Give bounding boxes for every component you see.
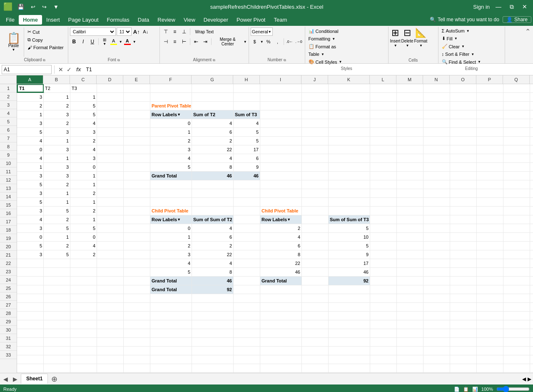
cell-f16[interactable]: Row Labels ▼ <box>150 215 192 224</box>
row-num-20[interactable]: 20 <box>0 242 17 251</box>
cell-n32[interactable] <box>423 355 450 364</box>
cell-b28[interactable] <box>44 320 70 329</box>
cell-n23[interactable] <box>423 277 450 285</box>
cell-b27[interactable] <box>44 312 70 320</box>
cell-i4[interactable] <box>260 110 302 119</box>
cell-o14[interactable] <box>450 198 477 206</box>
cell-g9[interactable]: 4 <box>192 154 234 162</box>
cell-l28[interactable] <box>370 320 397 329</box>
grid-wrapper[interactable]: 1234567891011121314151617181920212223242… <box>0 84 533 373</box>
cell-d11[interactable] <box>97 172 124 180</box>
cell-d25[interactable] <box>97 294 124 302</box>
cell-g29[interactable] <box>192 329 234 337</box>
cell-i19[interactable]: 6 <box>260 242 302 250</box>
paste-button[interactable]: 📋 Paste ▼ <box>3 27 24 57</box>
cell-q13[interactable] <box>503 189 530 197</box>
row-num-16[interactable]: 16 <box>0 209 17 217</box>
cut-button[interactable]: ✂ Cut <box>26 28 65 35</box>
cell-e19[interactable] <box>124 242 150 250</box>
cell-c11[interactable]: 1 <box>70 172 97 180</box>
cell-j29[interactable] <box>302 329 329 337</box>
cell-b1[interactable]: T2 <box>44 84 70 92</box>
cell-f32[interactable] <box>150 355 192 364</box>
cell-i32[interactable] <box>260 355 302 364</box>
cell-b2[interactable]: 1 <box>44 93 70 101</box>
cell-h1[interactable] <box>234 84 260 92</box>
cell-k1[interactable] <box>329 84 370 92</box>
cell-f22[interactable]: 5 <box>150 268 192 276</box>
cell-e31[interactable] <box>124 347 150 355</box>
cell-e21[interactable] <box>124 259 150 267</box>
cell-g13[interactable] <box>192 189 234 197</box>
cell-c21[interactable] <box>70 259 97 267</box>
row-num-6[interactable]: 6 <box>0 126 17 134</box>
cell-o25[interactable] <box>450 294 477 302</box>
cell-h29[interactable] <box>234 329 260 337</box>
cell-j15[interactable] <box>302 207 329 215</box>
cell-q28[interactable] <box>503 320 530 329</box>
cell-g4[interactable]: Sum of T2 <box>192 110 234 119</box>
cell-c23[interactable] <box>70 277 97 285</box>
row-num-23[interactable]: 23 <box>0 267 17 276</box>
cell-f2[interactable] <box>150 93 192 101</box>
cell-e22[interactable] <box>124 268 150 276</box>
cell-i33[interactable] <box>260 364 302 372</box>
menu-review[interactable]: Review <box>153 15 179 25</box>
align-top-button[interactable]: ⊤ <box>162 27 170 36</box>
cell-k13[interactable] <box>329 189 370 197</box>
cell-p26[interactable] <box>477 303 503 311</box>
cell-c5[interactable]: 4 <box>70 119 97 127</box>
cell-o19[interactable] <box>450 242 477 250</box>
cell-l1[interactable] <box>370 84 397 92</box>
cell-n24[interactable] <box>423 285 450 294</box>
cell-g7[interactable]: 2 <box>192 137 234 145</box>
cell-g31[interactable] <box>192 347 234 355</box>
cell-h3[interactable] <box>234 102 260 110</box>
cell-g10[interactable]: 8 <box>192 163 234 171</box>
cell-g28[interactable] <box>192 320 234 329</box>
cell-n25[interactable] <box>423 294 450 302</box>
cell-h6[interactable]: 5 <box>234 128 260 136</box>
row-num-5[interactable]: 5 <box>0 117 17 126</box>
cell-c9[interactable]: 3 <box>70 154 97 162</box>
cell-n4[interactable] <box>423 110 450 119</box>
cell-m27[interactable] <box>397 312 423 320</box>
cell-o23[interactable] <box>450 277 477 285</box>
menu-home[interactable]: Home <box>19 15 42 25</box>
cell-h30[interactable] <box>234 338 260 346</box>
decrease-decimal-button[interactable]: .0← <box>286 37 294 46</box>
cell-c19[interactable]: 4 <box>70 242 97 250</box>
delete-label[interactable]: Delete <box>401 39 413 43</box>
decrease-indent-button[interactable]: ⇤ <box>192 37 200 46</box>
cell-l33[interactable] <box>370 364 397 372</box>
cell-j28[interactable] <box>302 320 329 329</box>
cell-g2[interactable] <box>192 93 234 101</box>
cell-l18[interactable] <box>370 233 397 241</box>
cell-l4[interactable] <box>370 110 397 119</box>
cell-k14[interactable] <box>329 198 370 206</box>
cell-l21[interactable] <box>370 259 397 267</box>
cell-b17[interactable]: 5 <box>44 224 70 232</box>
menu-file[interactable]: File <box>2 15 19 25</box>
cell-q2[interactable] <box>503 93 530 101</box>
cell-o1[interactable] <box>450 84 477 92</box>
cell-q33[interactable] <box>503 364 530 372</box>
cell-d1[interactable] <box>97 84 124 92</box>
align-right-button[interactable]: ⊢ <box>180 37 188 46</box>
col-header-d[interactable]: D <box>97 75 123 84</box>
clipboard-expand-icon[interactable]: ⧉ <box>43 58 45 62</box>
cell-g25[interactable] <box>192 294 234 302</box>
cell-m4[interactable] <box>397 110 423 119</box>
cell-c20[interactable]: 2 <box>70 250 97 259</box>
cell-o27[interactable] <box>450 312 477 320</box>
cell-e20[interactable] <box>124 250 150 259</box>
cell-g16[interactable]: Sum of Sum of T2 <box>192 215 234 224</box>
cell-b11[interactable]: 3 <box>44 172 70 180</box>
cell-m24[interactable] <box>397 285 423 294</box>
cell-h5[interactable]: 4 <box>234 119 260 127</box>
col-header-a[interactable]: A <box>17 75 43 84</box>
alignment-expand-icon[interactable]: ⧉ <box>213 58 215 62</box>
cell-n29[interactable] <box>423 329 450 337</box>
cell-q19[interactable] <box>503 242 530 250</box>
cell-a31[interactable] <box>17 347 44 355</box>
